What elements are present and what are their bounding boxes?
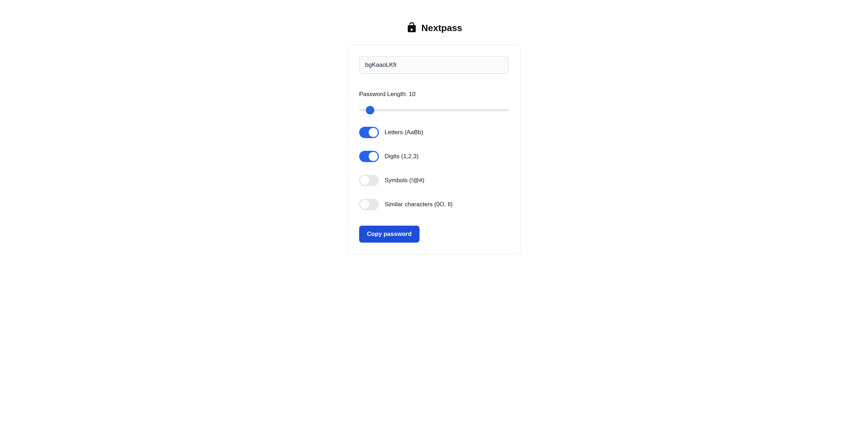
app-title: Nextpass — [421, 23, 462, 34]
password-output[interactable]: bgKaaoLKfr — [359, 56, 509, 74]
toggle-symbols[interactable] — [359, 175, 379, 186]
toggle-digits[interactable] — [359, 151, 379, 162]
toggle-row-letters: Letters (AaBb) — [359, 127, 509, 138]
toggle-knob — [360, 200, 369, 209]
length-slider[interactable] — [359, 109, 509, 111]
toggle-row-similar: Similar characters (0O, Il) — [359, 199, 509, 210]
password-length-label: Password Length: 10 — [359, 91, 509, 98]
generator-card: bgKaaoLKfr Password Length: 10 Letters (… — [347, 44, 521, 254]
copy-password-button[interactable]: Copy password — [359, 226, 420, 243]
toggle-knob — [369, 128, 378, 137]
app-header: Nextpass — [406, 21, 462, 35]
toggle-label-digits: Digits (1,2,3) — [385, 153, 418, 160]
toggle-label-symbols: Symbols (!@#) — [385, 177, 424, 184]
toggle-row-symbols: Symbols (!@#) — [359, 175, 509, 186]
toggle-label-similar: Similar characters (0O, Il) — [385, 201, 453, 208]
toggle-letters[interactable] — [359, 127, 379, 138]
toggle-knob — [360, 176, 369, 185]
lock-icon — [406, 21, 418, 35]
length-slider-wrap — [359, 106, 509, 113]
toggle-label-letters: Letters (AaBb) — [385, 129, 423, 136]
toggle-knob — [369, 152, 378, 161]
toggle-row-digits: Digits (1,2,3) — [359, 151, 509, 162]
toggle-similar[interactable] — [359, 199, 379, 210]
